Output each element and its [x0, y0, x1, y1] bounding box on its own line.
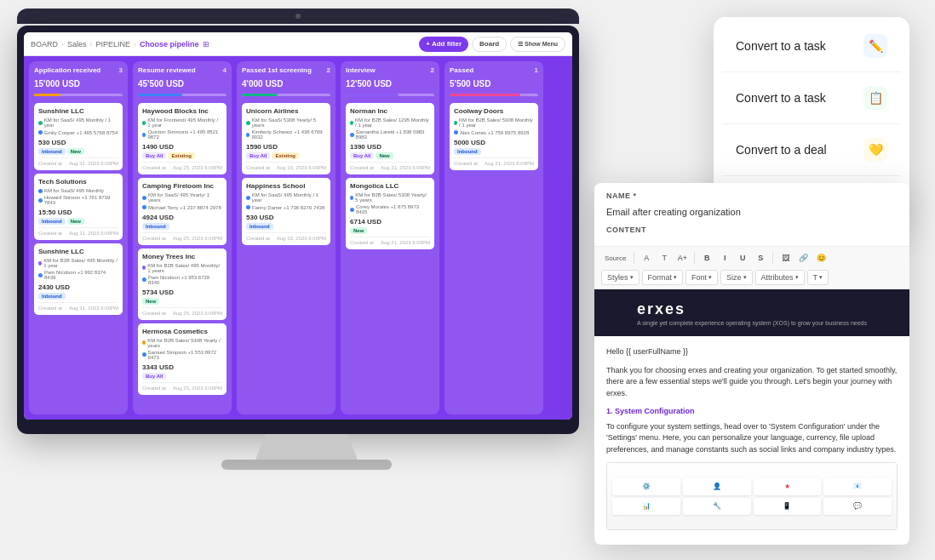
- breadcrumb-home[interactable]: BOARD: [31, 40, 58, 49]
- toolbar-dropdown-1[interactable]: Format▾: [642, 270, 684, 285]
- editor-content-area[interactable]: erxes A single yet complete experience o…: [594, 289, 909, 545]
- toolbar-dropdown-2[interactable]: Font▾: [685, 270, 718, 285]
- deal-card-0-0[interactable]: Sunshine LLC KM for SaaS/ 495 Monthly / …: [34, 103, 123, 170]
- deal-card-1-2[interactable]: Money Trees Inc KM for B2B Sales/ 495 Mo…: [138, 249, 227, 320]
- footer-date-0-2: Aug 31, 2023 6:00PM: [69, 306, 118, 311]
- deal-card-2-1[interactable]: Happiness School KM for SaaS/ 495 Monthl…: [242, 178, 330, 245]
- deal-title-0-2: Sunshine LLC: [38, 248, 118, 255]
- pipeline-column-1: Resume reviewed 4 45'500 USDHaywood Bloc…: [133, 61, 232, 414]
- toolbar-underline-button[interactable]: U: [735, 250, 750, 266]
- context-menu-item-1[interactable]: Convert to a task 📋: [722, 77, 901, 118]
- deal-tag-1-0: KM for Frontend/ 495 Monthly / 1 year: [142, 117, 222, 128]
- footer-date-0-1: Aug 31, 2023 6:00PM: [69, 231, 118, 236]
- context-menu-item-2[interactable]: Convert to a deal 💛: [722, 129, 901, 170]
- deal-contact-3-0: Samantha Laretti +1 838 0983 8983: [350, 129, 430, 140]
- email-editor: NAME * CONTENT SourceATA+BIUS🖼🔗😊Styles▾F…: [594, 183, 909, 545]
- deal-badges-1-0: Buy AllExisting: [142, 152, 222, 159]
- deal-card-3-1[interactable]: Mongolica LLC KM for B2B Sales/ 5308 Yea…: [346, 178, 434, 249]
- column-progress-2: [242, 94, 330, 96]
- deal-title-2-0: Unicorn Airlines: [246, 107, 326, 115]
- deal-tag-3-0: KM for B2B Sales/ 1295 Monthly / 1 year: [350, 117, 430, 128]
- top-bar-actions: + Add filter Board ☰ Show Menu: [419, 37, 565, 52]
- deal-contact-1-3: Samuel Simpson +1 553 8972 9473: [142, 350, 222, 360]
- mini-icon-2: 👤: [713, 482, 721, 492]
- board-button[interactable]: Board: [472, 37, 507, 52]
- deal-amount-1-1: 4924 USD: [142, 214, 222, 221]
- deal-dot-1-3: [142, 340, 146, 345]
- deal-contact-1-2: Pam Nicolson +1 953 6729 8340: [142, 275, 222, 285]
- deal-card-1-3[interactable]: Hermosa Cosmetics KM for B2B Sales/ 5308…: [138, 323, 227, 395]
- column-amount-4: 5'500 USD: [450, 79, 538, 89]
- footer-label-3-0: Created at: [350, 165, 374, 170]
- column-amount-3: 12'500 USD: [346, 79, 434, 89]
- toolbar-dropdown-4[interactable]: Attributes▾: [755, 270, 805, 285]
- contact-dot-1-3: [142, 352, 146, 357]
- deal-card-0-1[interactable]: Tech Solutions KM for SaaS/ 495 Monthly …: [34, 174, 123, 241]
- toolbar-btn-text-0[interactable]: A: [639, 250, 654, 266]
- mini-icon-8: 💬: [853, 501, 862, 511]
- contact-dot-1-2: [142, 277, 146, 282]
- toolbar-icon-0[interactable]: 🖼: [777, 250, 793, 266]
- column-count-3: 2: [431, 66, 434, 74]
- deal-amount-0-2: 2430 USD: [38, 283, 118, 291]
- deal-title-2-1: Happiness School: [246, 182, 326, 190]
- monitor-body: BOARD › Sales › PIPELINE › Choose pipeli…: [17, 26, 579, 434]
- badge-1-0-1: Existing: [168, 152, 194, 159]
- toolbar-italic-button[interactable]: I: [717, 250, 732, 266]
- toolbar-dropdown-5[interactable]: T▾: [807, 270, 829, 285]
- breadcrumb-pipeline[interactable]: PIPELINE: [96, 40, 131, 49]
- dropdown-label-3: Size: [726, 273, 742, 282]
- deal-badges-4-0: Inbound: [454, 148, 534, 155]
- contact-dot-0-0: [38, 130, 43, 134]
- toolbar-source[interactable]: Source: [601, 250, 629, 266]
- breadcrumb-choose-pipeline[interactable]: Choose pipeline: [140, 40, 199, 49]
- toolbar-icon-1[interactable]: 🔗: [795, 250, 811, 266]
- deal-title-0-1: Tech Solutions: [38, 178, 118, 186]
- column-header-3: Interview 2: [346, 66, 434, 74]
- mini-icon-1: ⚙️: [642, 482, 651, 492]
- column-title-1: Resume reviewed: [138, 66, 196, 74]
- mini-card-6: 🔧: [683, 498, 751, 515]
- deal-tag-4-0: KM for B2B Sales/ 5308 Monthly / 1 year: [454, 117, 534, 128]
- deal-card-1-1[interactable]: Camping Fireloom Inc KM for SaaS/ 495 Ye…: [138, 178, 227, 245]
- toolbar-btn-text-1[interactable]: T: [657, 250, 672, 266]
- deal-card-2-0[interactable]: Unicorn Airlines KM for SaaS/ 5308 Yearl…: [242, 103, 330, 174]
- mini-card-1: ⚙️: [612, 478, 680, 495]
- contact-dot-0-2: [38, 273, 43, 277]
- deal-amount-4-0: 5000 USD: [454, 139, 534, 146]
- breadcrumb-icon[interactable]: ⊞: [203, 40, 209, 49]
- contact-dot-3-0: [350, 133, 354, 137]
- badge-1-1-0: Inbound: [142, 223, 169, 230]
- add-filter-button[interactable]: + Add filter: [419, 37, 468, 52]
- deal-contact-2-1: Fanny Darter +1 736 8276 7438: [246, 205, 324, 210]
- deal-badges-0-0: InboundNew: [38, 148, 118, 155]
- show-menu-button[interactable]: ☰ Show Menu: [510, 37, 565, 52]
- deal-dot-0-1: [38, 189, 43, 193]
- deal-title-3-0: Norman Inc: [350, 107, 430, 115]
- footer-label-4-0: Created at: [454, 161, 478, 166]
- toolbar-btn-text-2[interactable]: A+: [674, 250, 690, 266]
- deal-amount-0-1: 15:50 USD: [38, 209, 118, 216]
- top-bar: BOARD › Sales › PIPELINE › Choose pipeli…: [24, 32, 572, 56]
- email-banner: erxes A single yet complete experience o…: [594, 289, 909, 336]
- breadcrumb-sales[interactable]: Sales: [67, 40, 87, 49]
- toolbar-dropdown-0[interactable]: Styles▾: [601, 270, 640, 285]
- deal-card-4-0[interactable]: Coolway Doors KM for B2B Sales/ 5308 Mon…: [450, 103, 538, 170]
- menu-item-icon-0: ✏️: [863, 34, 887, 58]
- deal-footer-1-0: Created at Aug 25, 2023 6:00PM: [142, 162, 222, 170]
- contact-dot-2-1: [246, 205, 250, 209]
- email-banner-sub: A single yet complete experience operati…: [637, 320, 867, 326]
- deal-card-0-2[interactable]: Sunshine LLC KM for B2B Sales/ 495 Month…: [34, 243, 123, 315]
- toolbar-icon-2[interactable]: 😊: [813, 250, 829, 266]
- toolbar-strikethrough-button[interactable]: S: [753, 250, 768, 266]
- deal-badges-2-0: Buy AllExisting: [246, 152, 326, 159]
- email-body: Hello {{ userFullName }} Thank you for c…: [594, 336, 909, 540]
- deal-card-1-0[interactable]: Haywood Blocks Inc KM for Frontend/ 495 …: [138, 103, 227, 174]
- toolbar-bold-button[interactable]: B: [699, 250, 714, 266]
- context-menu-item-0[interactable]: Convert to a task ✏️: [722, 26, 901, 66]
- toolbar-dropdown-3[interactable]: Size▾: [720, 270, 753, 285]
- deal-tag-0-0: KM for SaaS/ 495 Monthly / 1 year: [38, 117, 118, 128]
- deal-dot-0-2: [38, 261, 42, 266]
- deal-card-3-0[interactable]: Norman Inc KM for B2B Sales/ 1295 Monthl…: [346, 103, 434, 174]
- name-input[interactable]: [606, 207, 898, 217]
